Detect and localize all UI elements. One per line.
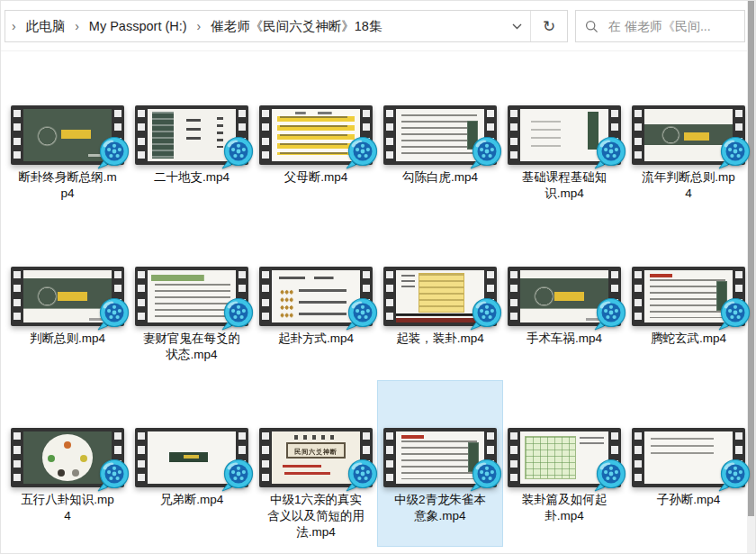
thumbnail-title-text: 民间六爻神断 xyxy=(284,446,348,459)
chevron-down-icon xyxy=(512,23,522,30)
video-thumbnail-filmstrip xyxy=(259,267,373,326)
search-input[interactable] xyxy=(607,18,735,34)
file-name: 妻财官鬼在每爻的状态.mp4 xyxy=(130,331,254,376)
file-name: 中级2青龙朱雀本意象.mp4 xyxy=(378,492,502,537)
video-player-reel-icon xyxy=(591,296,629,332)
video-thumbnail-filmstrip xyxy=(508,267,621,326)
file-tile[interactable]: 妻财官鬼在每爻的状态.mp4 xyxy=(130,220,254,381)
video-player-reel-icon xyxy=(343,135,381,171)
thumbnail-area xyxy=(378,220,502,326)
file-tile[interactable]: 起卦方式.mp4 xyxy=(254,220,378,381)
file-name: 手术车祸.mp4 xyxy=(502,331,626,376)
video-player-reel-icon xyxy=(716,458,753,494)
file-tile[interactable]: 五行八卦知识.mp4 xyxy=(5,381,130,546)
thumbnail-area xyxy=(502,220,626,326)
file-name: 中级1六亲的真实含义以及简短的用法.mp4 xyxy=(254,492,378,540)
thumbnail-area xyxy=(626,220,751,326)
video-thumbnail-filmstrip xyxy=(11,428,124,487)
file-explorer-window: › 此电脑 › My Passport (H:) › 催老师《民间六爻神断》18… xyxy=(0,0,756,554)
thumbnail-area xyxy=(5,59,130,165)
refresh-button[interactable]: ↻ xyxy=(531,11,567,41)
file-name: 断卦终身断总纲.mp4 xyxy=(5,169,130,214)
video-player-reel-icon xyxy=(467,458,505,494)
file-grid: 断卦终身断总纲.mp4 二十地支.mp4 xyxy=(1,51,747,553)
file-tile[interactable]: 勾陈白虎.mp4 xyxy=(378,59,502,220)
file-name: 判断总则.mp4 xyxy=(5,331,130,376)
video-thumbnail-filmstrip xyxy=(259,105,373,165)
video-thumbnail-filmstrip xyxy=(135,428,248,487)
file-name: 二十地支.mp4 xyxy=(130,169,254,214)
breadcrumb-root-chevron-icon[interactable]: › xyxy=(5,19,22,33)
file-tile[interactable]: 基础课程基础知识.mp4 xyxy=(502,59,626,220)
video-thumbnail-filmstrip: 民间六爻神断 xyxy=(259,428,373,487)
breadcrumb-separator-icon[interactable]: › xyxy=(191,19,208,33)
thumbnail-area xyxy=(502,59,626,165)
video-player-reel-icon xyxy=(94,296,132,332)
thumbnail-area: 民间六爻神断 xyxy=(254,381,378,487)
video-thumbnail-filmstrip xyxy=(11,267,124,326)
thumbnail-area xyxy=(130,381,254,487)
file-tile[interactable]: 民间六爻神断 中级1六亲的真实含义以及简短的用法.mp4 xyxy=(254,381,378,546)
file-tile[interactable]: 流年判断总则.mp4 xyxy=(626,59,751,220)
video-player-reel-icon xyxy=(219,296,256,332)
thumbnail-area xyxy=(130,220,254,326)
thumbnail-area xyxy=(5,220,130,326)
file-tile[interactable]: 二十地支.mp4 xyxy=(130,59,254,220)
video-player-reel-icon xyxy=(467,135,505,171)
file-tile[interactable]: 中级2青龙朱雀本意象.mp4 xyxy=(378,381,502,546)
file-tile[interactable]: 兄弟断.mp4 xyxy=(130,381,254,546)
explorer-toolbar: › 此电脑 › My Passport (H:) › 催老师《民间六爻神断》18… xyxy=(1,1,747,51)
file-tile[interactable]: 子孙断.mp4 xyxy=(626,381,751,546)
file-name: 子孙断.mp4 xyxy=(626,492,751,537)
thumbnail-area xyxy=(378,381,502,487)
file-tile[interactable]: 判断总则.mp4 xyxy=(5,220,130,381)
video-player-reel-icon xyxy=(467,296,505,332)
thumbnail-area xyxy=(378,59,502,165)
video-thumbnail-filmstrip xyxy=(508,105,621,165)
video-thumbnail-filmstrip xyxy=(383,267,497,326)
file-name: 五行八卦知识.mp4 xyxy=(5,492,130,537)
video-thumbnail-filmstrip xyxy=(383,105,497,165)
breadcrumb-this-pc[interactable]: 此电脑 xyxy=(22,18,69,35)
breadcrumb-current-folder[interactable]: 催老师《民间六爻神断》18集 xyxy=(207,18,385,35)
thumbnail-area xyxy=(5,381,130,487)
video-thumbnail-filmstrip xyxy=(135,267,248,326)
file-tile[interactable]: 断卦终身断总纲.mp4 xyxy=(5,59,130,220)
video-thumbnail-filmstrip xyxy=(11,105,124,165)
file-name: 起装，装卦.mp4 xyxy=(378,331,502,376)
file-name: 装卦篇及如何起卦.mp4 xyxy=(502,492,626,537)
thumbnail-area xyxy=(502,381,626,487)
file-name: 基础课程基础知识.mp4 xyxy=(502,169,626,214)
search-icon xyxy=(585,20,598,33)
address-dropdown-button[interactable] xyxy=(503,11,530,41)
address-bar[interactable]: › 此电脑 › My Passport (H:) › 催老师《民间六爻神断》18… xyxy=(4,10,568,42)
file-name: 起卦方式.mp4 xyxy=(254,331,378,376)
video-thumbnail-filmstrip xyxy=(632,267,745,326)
video-player-reel-icon xyxy=(343,458,381,494)
video-player-reel-icon xyxy=(716,135,753,171)
file-tile[interactable]: 腾蛇玄武.mp4 xyxy=(626,220,751,381)
file-name: 勾陈白虎.mp4 xyxy=(378,169,502,214)
video-player-reel-icon xyxy=(94,135,132,171)
video-thumbnail-filmstrip xyxy=(632,428,745,487)
file-name: 兄弟断.mp4 xyxy=(130,492,254,537)
breadcrumb-separator-icon[interactable]: › xyxy=(68,19,86,33)
breadcrumb-drive[interactable]: My Passport (H:) xyxy=(86,19,191,33)
file-name: 父母断.mp4 xyxy=(254,169,378,214)
scrollbar-thumb[interactable] xyxy=(748,1,754,516)
file-name: 腾蛇玄武.mp4 xyxy=(626,331,751,376)
thumbnail-area xyxy=(626,381,751,487)
video-thumbnail-filmstrip xyxy=(508,428,621,487)
file-tile[interactable]: 装卦篇及如何起卦.mp4 xyxy=(502,381,626,546)
video-player-reel-icon xyxy=(591,135,629,171)
video-thumbnail-filmstrip xyxy=(632,105,745,165)
file-tile[interactable]: 手术车祸.mp4 xyxy=(502,220,626,381)
thumbnail-area xyxy=(254,59,378,165)
thumbnail-area xyxy=(254,220,378,326)
thumbnail-area xyxy=(130,59,254,165)
file-tile[interactable]: 父母断.mp4 xyxy=(254,59,378,220)
file-tile[interactable]: 起装，装卦.mp4 xyxy=(378,220,502,381)
video-player-reel-icon xyxy=(716,296,753,332)
search-box[interactable] xyxy=(575,10,745,42)
video-player-reel-icon xyxy=(591,458,629,494)
